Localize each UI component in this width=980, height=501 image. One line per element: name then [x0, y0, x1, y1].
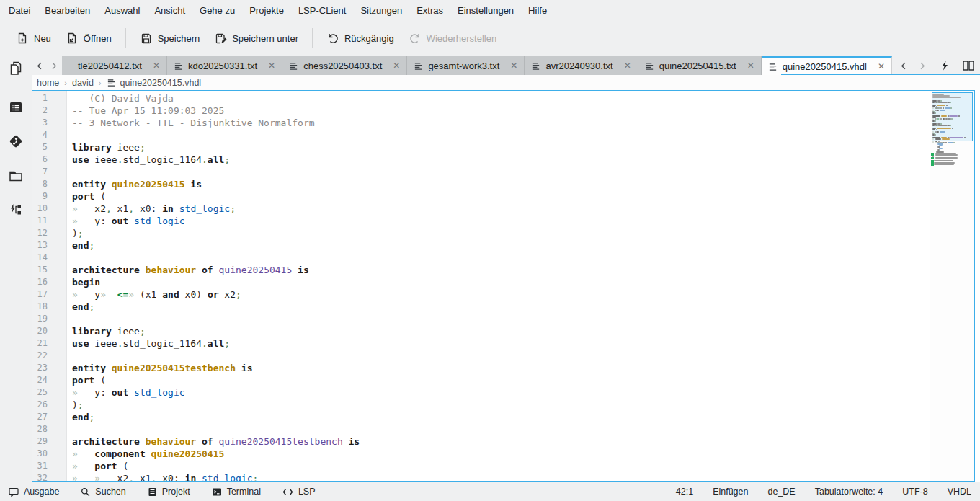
code-line: begin: [72, 276, 930, 288]
line-number: 29: [32, 435, 66, 448]
status-encoding[interactable]: UTF-8: [902, 487, 927, 497]
line-number: 15: [32, 264, 66, 276]
menu-item-einstellungen[interactable]: Einstellungen: [450, 0, 521, 22]
code-token: ;: [253, 473, 259, 481]
line-number: 13: [32, 239, 66, 252]
menu-item-extras[interactable]: Extras: [409, 0, 450, 22]
sidebar-item-documents[interactable]: [6, 59, 25, 78]
menu-item-bearbeiten[interactable]: Bearbeiten: [37, 0, 97, 22]
save-as-button-label: Speichern unter: [232, 33, 298, 44]
breadcrumb-file[interactable]: quine20250415.vhdl: [107, 78, 202, 88]
tab-label: gesamt-work3.txt: [428, 61, 499, 71]
panel-button-search[interactable]: Suchen: [81, 487, 125, 497]
line-number: 16: [32, 276, 66, 288]
minimap-line: [935, 134, 936, 136]
code-token: port: [94, 461, 117, 471]
menu-item-ansicht[interactable]: Ansicht: [147, 0, 192, 22]
tab-close-button[interactable]: ✕: [393, 61, 400, 70]
undo-button[interactable]: Rückgängig: [319, 27, 401, 50]
sidebar-item-git[interactable]: [6, 132, 25, 151]
tab-close-button[interactable]: ✕: [510, 61, 517, 70]
code-token: quine20250415testbench: [112, 363, 236, 373]
code-token: .: [202, 338, 208, 349]
status-cursor-position[interactable]: 42:1: [676, 487, 693, 497]
code-token: std_logic: [134, 216, 184, 226]
code-token: ;: [89, 301, 94, 312]
breadcrumb-segment-david[interactable]: david: [72, 78, 94, 88]
history-forward-icon[interactable]: [917, 61, 927, 71]
tab-tle20250412.txt[interactable]: tle20250412.txt✕: [62, 56, 167, 75]
tab-close-button[interactable]: ✕: [747, 61, 754, 70]
panel-button-terminal[interactable]: Terminal: [212, 487, 261, 497]
quick-open-icon[interactable]: [940, 61, 950, 71]
panel-button-lsp[interactable]: LSP: [282, 487, 316, 497]
status-insert-mode[interactable]: Einfügen: [713, 487, 748, 497]
menu-item-gehe-zu[interactable]: Gehe zu: [192, 0, 242, 22]
sidebar-item-document-list[interactable]: [6, 98, 25, 117]
save-button[interactable]: Speichern: [133, 27, 208, 50]
tab-quine20250415.vhdl[interactable]: quine20250415.vhdl✕: [762, 56, 892, 75]
document-icon: [107, 78, 116, 87]
panel-button-project[interactable]: Projekt: [148, 487, 190, 497]
tab-list: tle20250412.txt✕kdo20250331.txt✕chess202…: [62, 56, 892, 75]
new-button[interactable]: Neu: [9, 27, 58, 50]
line-number: 7: [32, 166, 66, 178]
save-as-button[interactable]: Speichern unter: [207, 27, 306, 50]
tab-close-button[interactable]: ✕: [268, 61, 275, 70]
code-token: ;: [89, 412, 94, 422]
line-number: 23: [32, 362, 66, 374]
code-line: » y: out std_logic: [72, 386, 930, 399]
sidebar-item-symbols[interactable]: [6, 200, 25, 219]
save-icon: [140, 32, 153, 45]
panel-button-output[interactable]: Ausgabe: [9, 487, 59, 497]
code-area[interactable]: -- (C) David Vajda-- Tue Apr 15 11:09:03…: [67, 91, 930, 481]
history-back-icon[interactable]: [899, 61, 909, 71]
toolbar: Neu Öffnen Speichern Speichern unter Rüc…: [0, 22, 980, 55]
open-button[interactable]: Öffnen: [58, 27, 119, 50]
tab-close-button[interactable]: ✕: [878, 62, 885, 71]
code-token: -- 3 Network - TTL - Disjunktive Normalf…: [72, 118, 315, 128]
code-line: [72, 252, 930, 264]
breadcrumb: home›david›quine20250415.vhdl: [32, 75, 980, 90]
redo-button[interactable]: Wiederherstellen: [401, 27, 504, 50]
breadcrumb-segment-home[interactable]: home: [37, 78, 59, 88]
tab-close-button[interactable]: ✕: [153, 61, 160, 70]
code-line: port (: [72, 190, 930, 203]
code-line: [72, 129, 930, 141]
minimap-scrollbar[interactable]: [930, 91, 974, 481]
tab-gesamt-work3.txt[interactable]: gesamt-work3.txt✕: [407, 56, 525, 75]
tab-scroll-right-icon[interactable]: [49, 61, 58, 71]
line-number: 26: [32, 399, 66, 411]
tab-close-button[interactable]: ✕: [624, 61, 631, 70]
editor[interactable]: 1234567891011121314151617181920212223242…: [32, 90, 975, 482]
tab-chess20250403.txt[interactable]: chess20250403.txt✕: [282, 56, 407, 75]
code-token: entity: [72, 179, 112, 190]
menu-item-sitzungen[interactable]: Sitzungen: [353, 0, 409, 22]
lsp-code-icon: [282, 487, 293, 497]
menu-item-projekte[interactable]: Projekte: [242, 0, 291, 22]
status-syntax-mode[interactable]: VHDL: [948, 487, 971, 497]
split-view-icon[interactable]: [963, 61, 974, 71]
code-token: port: [72, 191, 94, 202]
code-token: ,: [106, 203, 112, 214]
code-token: y:: [78, 387, 106, 398]
status-dictionary[interactable]: de_DE: [767, 487, 795, 497]
menu-item-datei[interactable]: Datei: [1, 0, 37, 22]
code-token: behaviour: [146, 436, 196, 447]
tab-quine20250415.txt[interactable]: quine20250415.txt✕: [638, 56, 762, 75]
minimap-line: [935, 157, 958, 159]
menu-item-hilfe[interactable]: Hilfe: [521, 0, 554, 22]
sidebar-item-filesystem[interactable]: [6, 167, 25, 185]
code-token: x2: [100, 473, 128, 481]
minimap-line: [932, 125, 935, 126]
tab-avr20240930.txt[interactable]: avr20240930.txt✕: [525, 56, 638, 75]
code-token: port: [72, 375, 94, 386]
tab-kdo20250331.txt[interactable]: kdo20250331.txt✕: [167, 56, 282, 75]
line-number: 31: [32, 460, 66, 472]
menu-item-auswahl[interactable]: Auswahl: [97, 0, 147, 22]
menu-item-lsp-client[interactable]: LSP-CLient: [291, 0, 353, 22]
code-line: -- Tue Apr 15 11:09:03 2025: [72, 105, 930, 117]
tab-scroll-left-icon[interactable]: [35, 61, 45, 71]
line-number-gutter: 1234567891011121314151617181920212223242…: [32, 91, 67, 481]
status-tab-width[interactable]: Tabulatorweite: 4: [815, 487, 883, 497]
